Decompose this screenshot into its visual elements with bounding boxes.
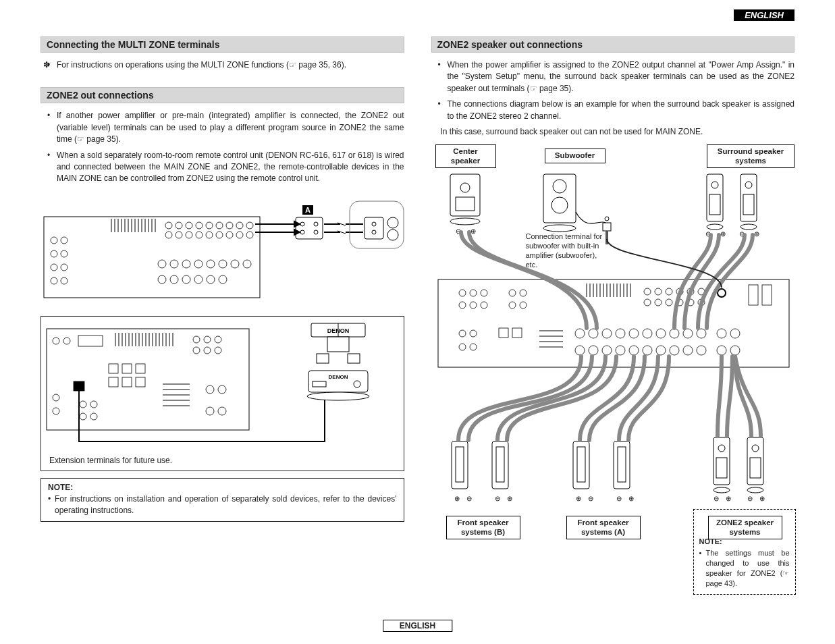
svg-text:DENON: DENON <box>329 374 348 380</box>
svg-point-74 <box>387 217 398 228</box>
svg-text:⊖: ⊖ <box>747 495 753 502</box>
note-title: NOTE: <box>48 483 397 492</box>
svg-point-153 <box>605 217 609 221</box>
svg-rect-130 <box>317 354 329 363</box>
svg-text:⊕: ⊕ <box>470 227 476 235</box>
svg-text:⊕: ⊕ <box>576 495 581 502</box>
language-tab: ENGLISH <box>734 9 794 21</box>
svg-rect-56 <box>296 217 323 239</box>
page-body: Connecting the MULTI ZONE terminals ✽ Fo… <box>0 0 835 624</box>
followup-text: In this case, surround back speaker out … <box>431 126 795 138</box>
intro-text: For instructions on operations using the… <box>57 60 346 70</box>
svg-text:⊕: ⊕ <box>507 495 512 502</box>
svg-text:⊕: ⊕ <box>759 495 765 502</box>
left-column: Connecting the MULTI ZONE terminals ✽ Fo… <box>41 9 404 617</box>
svg-text:⊖: ⊖ <box>495 495 500 502</box>
svg-rect-141 <box>450 174 480 216</box>
svg-text:⊕: ⊕ <box>454 495 460 502</box>
note-box-left: NOTE: For instructions on installation a… <box>41 478 404 522</box>
zone2-out-bullets: If another power amplifier or pre-main (… <box>41 110 404 184</box>
diagram-extension: DENON DENON Extension terminals for futu… <box>41 316 404 471</box>
note-title-right: NOTE: <box>699 537 790 547</box>
svg-rect-131 <box>348 354 360 363</box>
svg-text:⊖: ⊖ <box>713 495 719 502</box>
svg-point-150 <box>543 225 576 232</box>
heading-multizone: Connecting the MULTI ZONE terminals <box>41 36 404 53</box>
svg-rect-71 <box>365 217 383 239</box>
heading-zone2-out: ZONE2 out connections <box>41 87 404 103</box>
svg-rect-151 <box>603 223 611 231</box>
diagram-zone2-out: A <box>41 193 404 308</box>
svg-point-75 <box>387 230 398 240</box>
label-front-a: Front speaker systems (A) <box>566 516 641 539</box>
svg-text:⊖: ⊖ <box>588 495 593 502</box>
bullet-text: When a sold separately room-to-room remo… <box>57 151 404 184</box>
heading-zone2-speaker: ZONE2 speaker out connections <box>431 36 795 53</box>
svg-text:⊕: ⊕ <box>726 495 731 502</box>
bullet-text: When the power amplifier is assigned to … <box>448 60 795 93</box>
extension-label: Extension terminals for future use. <box>49 456 172 465</box>
zone2-speaker-bullets: When the power amplifier is assigned to … <box>431 59 795 122</box>
bullet-text: If another power amplifier or pre-main (… <box>57 111 404 144</box>
diagram-zone2-speaker: Center speaker Subwoofer Surround speake… <box>431 144 795 617</box>
footer-language: ENGLISH <box>383 620 452 632</box>
svg-text:⊕: ⊕ <box>720 230 726 238</box>
svg-rect-77 <box>47 329 249 430</box>
svg-point-144 <box>450 218 480 225</box>
svg-rect-105 <box>74 381 84 391</box>
diagram-tag-a: A <box>305 206 311 214</box>
svg-text:⊖: ⊖ <box>616 495 622 502</box>
label-front-b: Front speaker systems (B) <box>446 516 520 539</box>
bullet-text: The connections diagram below is an exam… <box>448 99 795 120</box>
note-text-right: The settings must be changed to use this… <box>706 549 790 587</box>
note-box-right: NOTE: • The settings must be changed to … <box>693 509 796 594</box>
note-text: For instructions on installation and ope… <box>55 494 397 515</box>
svg-text:⊕: ⊕ <box>628 495 634 502</box>
intro-list: ✽ For instructions on operations using t… <box>41 59 404 71</box>
svg-point-136 <box>307 392 369 400</box>
svg-text:⊖: ⊖ <box>466 495 472 502</box>
svg-rect-128 <box>327 337 349 352</box>
svg-rect-147 <box>543 174 576 223</box>
svg-text:⊕: ⊕ <box>754 230 759 238</box>
right-column: ZONE2 speaker out connections When the p… <box>431 9 795 617</box>
